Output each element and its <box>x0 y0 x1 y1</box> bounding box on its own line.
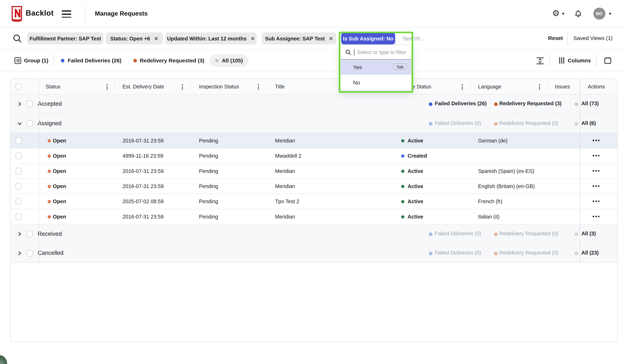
cell-est-delivery-date: 2025-07-02 08:59 <box>123 198 164 205</box>
cell-inspection-status: Pending <box>199 168 218 174</box>
notifications-bell-icon[interactable] <box>574 9 582 18</box>
chevron-right-icon[interactable] <box>17 102 22 107</box>
column-header-inspection-status[interactable]: Inspection Status <box>199 84 239 90</box>
group-badge-all[interactable]: All (3) <box>581 231 596 236</box>
group-badge-failed-deliveries[interactable]: Failed Deliveries (0) <box>435 120 481 126</box>
column-header-title[interactable]: Title <box>275 84 285 90</box>
columns-button[interactable]: Columns <box>559 57 591 64</box>
group-row-accepted[interactable]: Accepted Failed Deliveries (26) Redelive… <box>10 94 617 114</box>
user-avatar[interactable]: MC <box>593 8 605 20</box>
remove-filter-icon[interactable]: ✕ <box>329 35 333 42</box>
row-checkbox[interactable] <box>16 198 22 205</box>
chevron-down-icon[interactable] <box>17 121 22 126</box>
group-checkbox[interactable] <box>27 231 33 237</box>
remove-filter-icon[interactable]: ✕ <box>154 35 158 42</box>
filter-chip-sub-assignee[interactable]: Sub Assignee: SAP Test ✕ <box>262 32 336 44</box>
group-badge-failed-deliveries[interactable]: Failed Deliveries (26) <box>435 100 487 107</box>
column-header-status[interactable]: Status <box>45 84 60 90</box>
columns-button-label: Columns <box>568 57 591 64</box>
group-list-icon[interactable] <box>14 57 21 64</box>
row-actions-menu-icon[interactable] <box>593 155 600 156</box>
row-checkbox[interactable] <box>16 152 22 159</box>
table-row[interactable]: Open 2016-07-31 23:59 Pending Meridian A… <box>10 179 617 194</box>
row-actions-menu-icon[interactable] <box>593 185 600 187</box>
netflix-logo-icon[interactable] <box>12 6 22 22</box>
cell-inspection-status: Pending <box>199 138 218 144</box>
column-header-issues[interactable]: Issues <box>555 84 570 90</box>
chevron-right-icon[interactable] <box>17 251 22 256</box>
redelivery-requested-dot <box>494 252 498 255</box>
table-row[interactable]: Open 2016-07-31 23:59 Pending Meridian A… <box>10 133 617 148</box>
select-all-checkbox[interactable] <box>16 83 22 90</box>
row-checkbox[interactable] <box>16 168 22 174</box>
filter-chip-fulfillment-partner[interactable]: Fulfillment Partner: SAP Test <box>27 32 103 44</box>
table-row[interactable]: Open 4999-11-16 23:59 Pending Mwaddell 2… <box>10 148 617 164</box>
table-row[interactable]: Open 2016-07-31 23:59 Pending Meridian A… <box>10 209 617 224</box>
column-menu-icon[interactable] <box>539 84 540 90</box>
column-divider <box>266 82 267 91</box>
column-header-est-delivery-date[interactable]: Est. Delivery Date <box>123 84 164 90</box>
quick-filter-failed-deliveries[interactable]: Failed Deliveries (26) <box>68 58 121 64</box>
cell-package-status: Active <box>408 168 423 174</box>
search-input[interactable]: Search... <box>402 35 425 42</box>
avatar-caret-icon[interactable]: ▾ <box>609 11 611 16</box>
chevron-right-icon[interactable] <box>17 232 22 236</box>
group-badge-redelivery-requested[interactable]: Redelivery Requested (0) <box>499 120 558 126</box>
group-badge-failed-deliveries[interactable]: Failed Deliveries (0) <box>435 231 481 236</box>
row-height-icon[interactable] <box>536 57 545 65</box>
filter-chip-status[interactable]: Status: Open +6 ✕ <box>106 32 163 44</box>
group-badge-redelivery-requested[interactable]: Redelivery Requested (0) <box>499 231 558 236</box>
cell-status: Open <box>53 198 66 205</box>
row-actions-menu-icon[interactable] <box>593 170 600 171</box>
row-actions-menu-icon[interactable] <box>593 140 600 141</box>
table-row[interactable]: Open 2016-07-31 23:59 Pending Meridian A… <box>10 164 617 179</box>
dropdown-filter-input[interactable]: Select or type to filter <box>341 45 411 60</box>
column-header-actions[interactable]: Actions <box>588 84 605 90</box>
row-checkbox[interactable] <box>16 213 22 220</box>
group-checkbox[interactable] <box>27 250 33 257</box>
row-checkbox[interactable] <box>16 137 22 144</box>
filter-chip-is-sub-assigned[interactable]: Is Sub Assigned: No <box>341 32 395 44</box>
filter-chip-updated-within[interactable]: Updated Within: Last 12 months ✕ <box>165 32 257 44</box>
group-badge-all[interactable]: All (23) <box>581 250 599 256</box>
group-badge-all[interactable]: All (6) <box>581 120 596 126</box>
column-menu-icon[interactable] <box>107 84 108 90</box>
cell-title: Meridian <box>275 214 295 220</box>
dropdown-input-placeholder: Select or type to filter <box>357 49 406 55</box>
filter-chip-label: Status: Open +6 <box>110 35 150 42</box>
remove-filter-icon[interactable]: ✕ <box>251 35 255 42</box>
cell-inspection-status: Pending <box>199 214 218 220</box>
calendar-icon[interactable] <box>604 57 612 64</box>
search-icon[interactable] <box>12 34 22 43</box>
cell-language: German (de) <box>478 138 508 144</box>
quick-filter-all[interactable]: All (105) <box>209 54 248 67</box>
hamburger-menu-icon[interactable] <box>62 10 71 20</box>
group-row-assigned[interactable]: Assigned Failed Deliveries (0) Redeliver… <box>10 114 617 133</box>
saved-views-button[interactable]: Saved Views (1) <box>573 35 613 41</box>
column-menu-icon[interactable] <box>462 84 463 90</box>
group-badge-all[interactable]: All (73) <box>581 100 599 107</box>
group-checkbox[interactable] <box>27 120 33 127</box>
quick-filter-redelivery-requested[interactable]: Redelivery Requested (3) <box>140 58 204 64</box>
group-checkbox[interactable] <box>27 100 33 107</box>
settings-caret-icon[interactable]: ▾ <box>562 11 564 16</box>
reset-filters-button[interactable]: Reset <box>548 35 563 41</box>
column-header-language[interactable]: Language <box>478 84 501 90</box>
filter-chip-label: Is Sub Assigned: No <box>343 35 394 42</box>
row-actions-menu-icon[interactable] <box>593 216 600 217</box>
group-badge-failed-deliveries[interactable]: Failed Deliveries (0) <box>435 250 481 256</box>
column-menu-icon[interactable] <box>182 84 183 90</box>
columns-bars-icon <box>559 57 564 64</box>
row-checkbox[interactable] <box>16 183 22 190</box>
group-button[interactable]: Group (1) <box>24 58 48 64</box>
group-row-cancelled[interactable]: Cancelled Failed Deliveries (0) Redelive… <box>10 244 617 263</box>
dropdown-option-yes[interactable]: Yes Tab <box>341 60 411 75</box>
group-badge-redelivery-requested[interactable]: Redelivery Requested (3) <box>499 100 561 107</box>
table-row[interactable]: Open 2025-07-02 08:59 Pending Tpo Test 2… <box>10 194 617 209</box>
settings-gear-icon[interactable]: ⚙ <box>552 8 560 18</box>
dropdown-option-no[interactable]: No <box>341 75 411 90</box>
group-badge-redelivery-requested[interactable]: Redelivery Requested (0) <box>499 250 558 256</box>
column-menu-icon[interactable] <box>258 84 259 90</box>
group-row-received[interactable]: Received Failed Deliveries (0) Redeliver… <box>10 225 617 244</box>
row-actions-menu-icon[interactable] <box>593 200 600 202</box>
